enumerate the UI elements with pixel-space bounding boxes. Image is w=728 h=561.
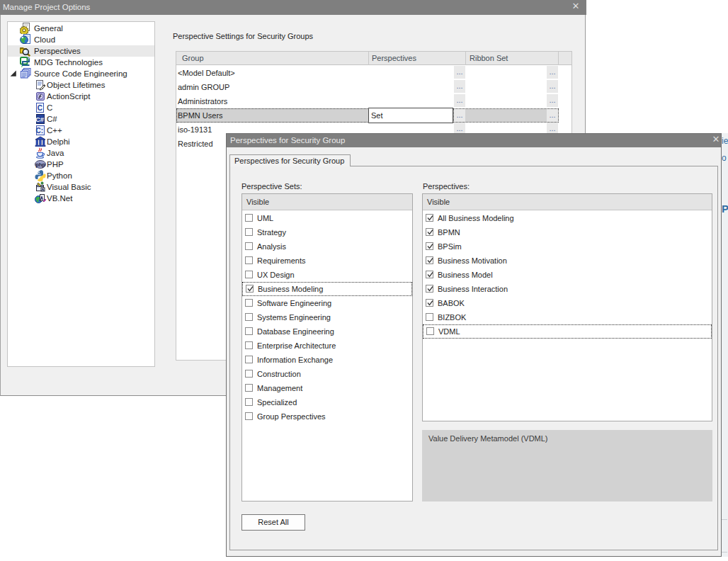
svg-text:C: C xyxy=(38,104,42,112)
svg-text:C:: C: xyxy=(36,127,44,135)
svg-text:C#: C# xyxy=(35,115,45,123)
svg-text:php: php xyxy=(35,162,45,168)
